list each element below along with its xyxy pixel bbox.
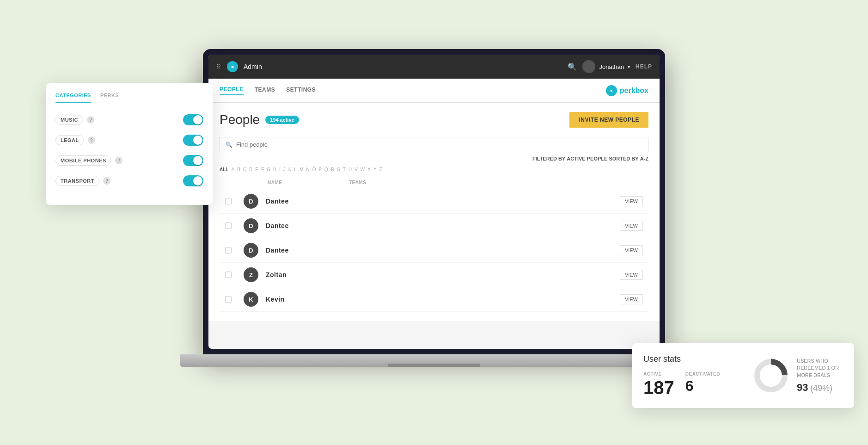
category-label: MUSIC ? (55, 115, 183, 125)
row-checkbox[interactable] (225, 198, 232, 204)
search-icon[interactable]: 🔍 (568, 62, 577, 71)
row-checkbox[interactable] (225, 222, 232, 229)
alpha-j[interactable]: J (283, 167, 286, 172)
sorted-label: SORTED BY (609, 156, 638, 161)
alpha-c[interactable]: C (243, 167, 246, 172)
tab-categories[interactable]: CATEGORIES (55, 93, 91, 103)
alpha-w[interactable]: W (361, 167, 365, 172)
active-badge: 194 active (265, 116, 299, 124)
perkbox-brand: perkbox (620, 87, 648, 95)
alpha-e[interactable]: E (255, 167, 258, 172)
alpha-z[interactable]: Z (379, 167, 382, 172)
stats-numbers: ACTIVE 187 DEACTIVATED 6 (643, 371, 741, 397)
grid-icon[interactable]: ⠿ (216, 63, 221, 70)
category-row: LEGAL ? (55, 135, 203, 146)
alpha-g[interactable]: G (267, 167, 270, 172)
filter-value[interactable]: ACTIVE PEOPLE (567, 156, 607, 161)
filter-label: FILTERED BY (532, 156, 565, 161)
alpha-x[interactable]: X (367, 167, 371, 172)
help-icon[interactable]: ? (115, 157, 122, 164)
row-checkbox[interactable] (225, 272, 232, 278)
category-row: TRANSPORT ? (55, 175, 203, 186)
laptop-shell: ⠿ ● Admin 🔍 Jonathan ▾ HELP PE (191, 49, 677, 396)
col-header-teams: TEAMS (349, 180, 612, 185)
user-menu[interactable]: Jonathan ▾ (582, 60, 630, 73)
tab-teams[interactable]: TEAMS (255, 87, 275, 95)
people-table: D Dantee VIEW D Dantee VIEW D Dantee VIE… (220, 189, 648, 312)
search-input[interactable] (236, 141, 421, 148)
alpha-k[interactable]: K (288, 167, 292, 172)
alpha-h[interactable]: H (273, 167, 276, 172)
alpha-all[interactable]: ALL (220, 167, 228, 172)
help-icon[interactable]: ? (103, 177, 110, 185)
invite-button[interactable]: INVITE NEW PEOPLE (569, 112, 648, 128)
alpha-r[interactable]: R (331, 167, 334, 172)
tab-people[interactable]: PEOPLE (220, 86, 244, 95)
table-row: K Kevin VIEW (220, 287, 648, 312)
tab-settings[interactable]: SETTINGS (286, 87, 316, 95)
perkbox-logo: ● perkbox (606, 85, 648, 96)
donut-label-group: USERS WHO REDEEMED 1 OR MORE DEALS 93 (4… (797, 358, 843, 394)
view-button[interactable]: VIEW (620, 245, 643, 255)
category-toggle[interactable] (183, 135, 203, 146)
category-toggle[interactable] (183, 114, 203, 125)
row-avatar: D (244, 243, 258, 258)
alphabet-filter: ALLABCDEFGHIJKLMNOPQRSTUVWXYZ (220, 167, 648, 176)
alpha-q[interactable]: Q (324, 167, 328, 172)
stats-card: User stats ACTIVE 187 DEACTIVATED 6 USER… (632, 343, 854, 408)
category-name: MUSIC (55, 115, 83, 125)
view-button[interactable]: VIEW (620, 270, 643, 280)
category-name: LEGAL (55, 135, 84, 145)
category-row: MOBILE PHONES ? (55, 155, 203, 166)
categories-tabs: CATEGORIES PERKS (55, 93, 203, 103)
sorted-value[interactable]: A-Z (640, 156, 648, 161)
app-header: PEOPLE TEAMS SETTINGS ● perkbox (208, 79, 660, 103)
page-title: People (220, 112, 260, 127)
help-icon[interactable]: ? (87, 116, 94, 124)
category-toggle[interactable] (183, 175, 203, 186)
help-icon[interactable]: ? (88, 136, 95, 144)
people-title-group: People 194 active (220, 112, 299, 127)
alpha-o[interactable]: O (312, 167, 316, 172)
username: Jonathan (599, 63, 624, 70)
tab-perks[interactable]: PERKS (100, 93, 119, 103)
alpha-i[interactable]: I (279, 167, 281, 172)
row-avatar: K (244, 292, 258, 307)
row-checkbox[interactable] (225, 247, 232, 253)
table-row: D Dantee VIEW (220, 189, 648, 214)
view-button[interactable]: VIEW (620, 196, 643, 206)
alpha-d[interactable]: D (249, 167, 252, 172)
alpha-f[interactable]: F (261, 167, 264, 172)
alpha-b[interactable]: B (237, 167, 240, 172)
alpha-p[interactable]: P (318, 167, 322, 172)
category-rows: MUSIC ? LEGAL ? MOBILE PHONES ? TRANSPOR… (55, 114, 203, 186)
user-chevron-icon: ▾ (628, 64, 630, 69)
donut-value: 93 (797, 382, 808, 393)
alpha-l[interactable]: L (294, 167, 297, 172)
table-row: Z Zoltan VIEW (220, 263, 648, 287)
row-avatar: Z (244, 267, 258, 282)
alpha-a[interactable]: A (231, 167, 234, 172)
navbar-title: Admin (244, 63, 262, 70)
help-link[interactable]: HELP (636, 63, 652, 70)
alpha-v[interactable]: V (355, 167, 358, 172)
alpha-u[interactable]: U (348, 167, 352, 172)
people-page: People 194 active INVITE NEW PEOPLE 🔍 FI… (208, 103, 660, 321)
category-name: MOBILE PHONES (55, 155, 111, 166)
alpha-n[interactable]: N (306, 167, 309, 172)
row-checkbox[interactable] (225, 296, 232, 303)
category-toggle[interactable] (183, 155, 203, 166)
view-button[interactable]: VIEW (620, 294, 643, 304)
row-avatar: D (244, 218, 258, 233)
view-button[interactable]: VIEW (620, 221, 643, 231)
avatar (582, 60, 595, 73)
stats-title: User stats (643, 354, 741, 364)
deactivated-value: 6 (685, 378, 720, 393)
alpha-y[interactable]: Y (373, 167, 377, 172)
col-header-name: NAME (268, 180, 342, 185)
category-label: MOBILE PHONES ? (55, 155, 183, 166)
alpha-s[interactable]: S (337, 167, 340, 172)
alpha-m[interactable]: M (300, 167, 303, 172)
row-name: Dantee (266, 198, 435, 205)
alpha-t[interactable]: T (343, 167, 346, 172)
